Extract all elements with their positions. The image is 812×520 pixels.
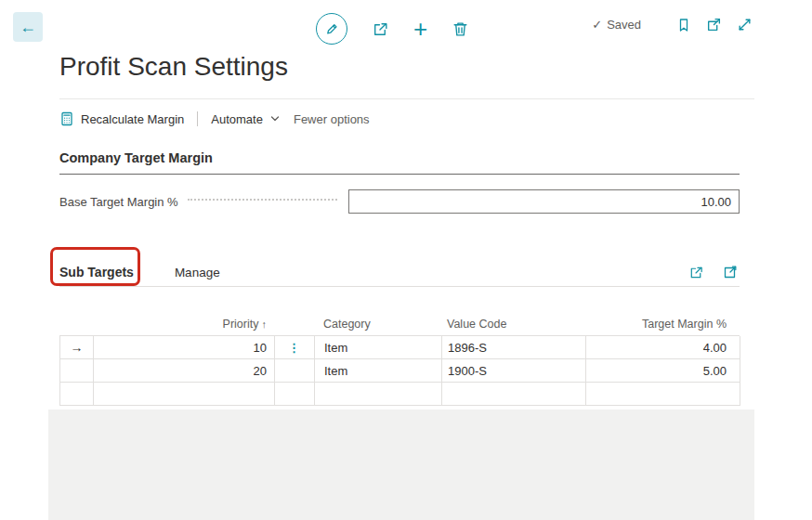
sub-targets-header: Sub Targets Manage	[59, 258, 740, 287]
share-icon	[688, 265, 704, 280]
table-row: → 10 ⋮ Item 1896-S 4.00	[60, 336, 740, 359]
page-title: Profit Scan Settings	[59, 52, 288, 82]
edit-button[interactable]	[316, 13, 347, 45]
topbar-right: ✓ Saved	[592, 17, 753, 32]
sub-targets-actions	[688, 265, 740, 280]
column-header-value-code[interactable]: Value Code	[441, 318, 585, 331]
sort-ascending-icon: ↑	[262, 318, 268, 330]
priority-header-label: Priority	[223, 318, 259, 331]
row-menu-cell[interactable]	[275, 383, 315, 406]
calculator-icon	[59, 111, 74, 126]
open-in-excel-button[interactable]	[723, 265, 738, 280]
topbar: ← +	[0, 0, 812, 52]
open-in-excel-icon	[723, 265, 738, 280]
cell-priority[interactable]: 10	[94, 336, 275, 359]
base-target-margin-input[interactable]	[348, 189, 740, 214]
save-status-label: Saved	[607, 18, 641, 32]
row-selector-cell[interactable]	[60, 383, 94, 406]
cell-priority[interactable]	[94, 383, 275, 406]
ellipsis-vertical-icon: ⋮	[288, 341, 301, 355]
automate-label: Automate	[211, 112, 263, 126]
table-header-row: Priority ↑ Category Value Code Target Ma…	[59, 312, 740, 335]
current-row-arrow-icon: →	[71, 340, 84, 355]
cell-target-margin[interactable]: 4.00	[586, 336, 740, 359]
manage-tab[interactable]: Manage	[175, 266, 220, 280]
share-icon	[372, 20, 389, 38]
back-button[interactable]: ←	[13, 12, 43, 42]
page-background-fill	[48, 410, 754, 520]
table-row: 20 Item 1900-S 5.00	[60, 359, 740, 383]
base-target-margin-label: Base Target Margin %	[59, 195, 178, 209]
share-button[interactable]	[372, 20, 389, 38]
company-target-margin-heading: Company Target Margin	[59, 150, 740, 175]
topbar-actions: +	[316, 13, 469, 45]
cell-value-code[interactable]	[442, 383, 586, 406]
row-menu-button[interactable]: ⋮	[275, 336, 315, 359]
bookmark-button[interactable]	[676, 18, 691, 32]
chevron-down-icon	[269, 113, 281, 124]
base-target-margin-field-row: Base Target Margin %	[59, 189, 740, 214]
recalculate-margin-label: Recalculate Margin	[81, 112, 184, 126]
title-divider	[59, 98, 754, 99]
row-menu-cell[interactable]	[275, 359, 315, 383]
cell-priority[interactable]: 20	[94, 359, 275, 383]
plus-icon: +	[413, 20, 427, 38]
trash-icon	[452, 20, 469, 38]
cell-target-margin[interactable]	[586, 383, 740, 406]
saved-check-icon: ✓	[592, 18, 602, 32]
action-bar: Recalculate Margin Automate Fewer option…	[59, 106, 370, 132]
cell-value-code[interactable]: 1896-S	[442, 336, 586, 359]
cell-category[interactable]: Item	[315, 359, 442, 383]
row-selector-cell[interactable]: →	[60, 336, 94, 359]
delete-button[interactable]	[452, 20, 469, 38]
automate-menu-button[interactable]: Automate	[211, 112, 281, 126]
open-in-window-button[interactable]	[706, 17, 722, 32]
fewer-options-label: Fewer options	[294, 112, 370, 126]
sub-targets-heading: Sub Targets	[59, 265, 134, 280]
sub-targets-share-button[interactable]	[688, 265, 704, 280]
fewer-options-button[interactable]: Fewer options	[294, 112, 370, 126]
sub-targets-table: → 10 ⋮ Item 1896-S 4.00 20 Item 1900-S 5…	[59, 335, 740, 406]
open-in-window-icon	[706, 17, 722, 32]
bookmark-icon	[676, 18, 691, 32]
table-row-empty	[60, 383, 740, 406]
cell-target-margin[interactable]: 5.00	[586, 359, 740, 383]
cell-category[interactable]: Item	[315, 336, 442, 359]
pencil-icon	[324, 21, 339, 36]
cell-category[interactable]	[315, 383, 442, 406]
expand-button[interactable]	[737, 17, 753, 32]
action-separator	[197, 111, 198, 126]
column-header-target-margin[interactable]: Target Margin %	[585, 318, 740, 331]
new-button[interactable]: +	[413, 20, 427, 38]
save-status: ✓ Saved	[592, 18, 641, 32]
column-header-category[interactable]: Category	[314, 318, 441, 331]
column-header-priority[interactable]: Priority ↑	[93, 318, 274, 331]
back-arrow-icon: ←	[20, 18, 36, 36]
expand-icon	[737, 17, 753, 32]
recalculate-margin-button[interactable]: Recalculate Margin	[59, 111, 184, 126]
cell-value-code[interactable]: 1900-S	[442, 359, 586, 383]
row-selector-cell[interactable]	[60, 359, 94, 383]
dotted-leader	[188, 199, 337, 201]
